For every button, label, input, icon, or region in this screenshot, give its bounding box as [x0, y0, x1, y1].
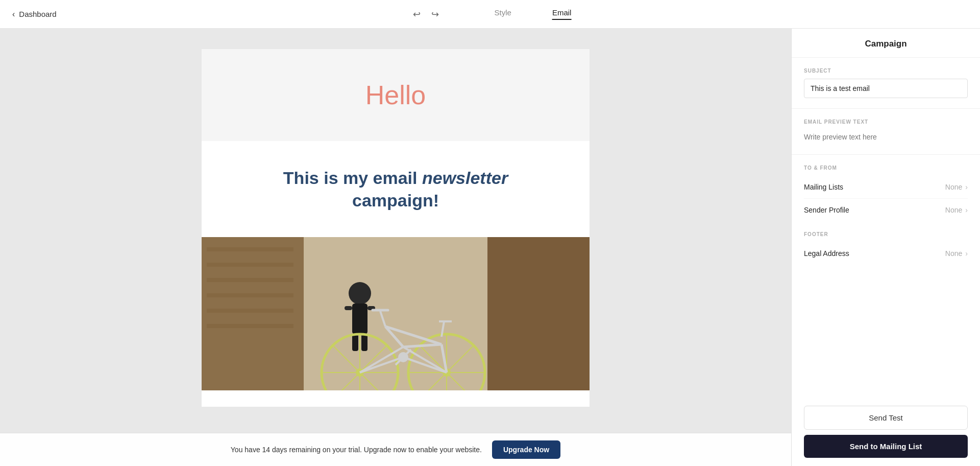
back-button[interactable]: ‹ Dashboard: [12, 10, 57, 19]
sender-profile-chevron: ›: [965, 206, 968, 214]
nav-style[interactable]: Style: [495, 8, 511, 20]
footer-section: FOOTER Legal Address None ›: [792, 221, 980, 265]
to-from-section: TO & FROM Mailing Lists None › Sender Pr…: [792, 155, 980, 221]
trial-message: You have 14 days remaining on your trial…: [231, 446, 482, 454]
svg-rect-2: [487, 237, 590, 390]
mailing-lists-row[interactable]: Mailing Lists None ›: [804, 176, 968, 199]
email-body: This is my email newslettercampaign!: [202, 141, 590, 237]
legal-address-row[interactable]: Legal Address None ›: [804, 242, 968, 265]
svg-rect-4: [207, 263, 293, 267]
send-test-button[interactable]: Send Test: [804, 406, 968, 430]
svg-rect-7: [207, 309, 293, 313]
preview-label: EMAIL PREVIEW TEXT: [804, 119, 968, 125]
mailing-lists-chevron: ›: [965, 183, 968, 191]
undo-redo-group: ↩ ↪: [409, 6, 444, 22]
svg-rect-0: [202, 237, 304, 390]
svg-rect-3: [207, 247, 293, 251]
mailing-lists-none: None: [945, 183, 962, 191]
top-nav: Style Email: [495, 8, 572, 20]
sender-profile-label: Sender Profile: [804, 206, 849, 214]
legal-address-chevron: ›: [965, 249, 968, 258]
subject-input[interactable]: [804, 79, 968, 98]
email-canvas: Hello This is my email newslettercampaig…: [202, 49, 590, 407]
trial-banner: You have 14 days remaining on your trial…: [0, 433, 791, 466]
panel-actions: Send Test Send to Mailing List: [792, 398, 980, 466]
back-label: Dashboard: [19, 10, 56, 18]
nav-email[interactable]: Email: [552, 8, 572, 20]
undo-button[interactable]: ↩: [409, 6, 425, 22]
subject-section: SUBJECT: [792, 58, 980, 109]
body-text-end: campaign!: [352, 191, 439, 210]
legal-address-label: Legal Address: [804, 249, 849, 258]
right-panel: Campaign SUBJECT EMAIL PREVIEW TEXT TO &…: [791, 29, 980, 466]
preview-text-input[interactable]: [804, 130, 968, 144]
body-text-em: newsletter: [422, 168, 508, 188]
legal-address-none: None: [945, 249, 962, 258]
sender-profile-row[interactable]: Sender Profile None ›: [804, 199, 968, 221]
canvas-area: Hello This is my email newslettercampaig…: [0, 29, 791, 466]
sender-profile-none: None: [945, 206, 962, 214]
footer-label: FOOTER: [804, 231, 968, 237]
send-mailing-button[interactable]: Send to Mailing List: [804, 435, 968, 458]
sender-profile-value: None ›: [945, 206, 968, 214]
top-bar: ‹ Dashboard ↩ ↪ Style Email: [0, 0, 980, 29]
email-hero: Hello: [202, 49, 590, 141]
panel-title: Campaign: [865, 39, 906, 49]
svg-rect-11: [345, 306, 352, 310]
body-text: This is my email newslettercampaign!: [232, 167, 559, 212]
panel-header: Campaign: [792, 29, 980, 58]
bicycle-illustration: [202, 237, 590, 390]
svg-rect-8: [207, 324, 293, 328]
svg-point-9: [349, 282, 371, 305]
to-from-label: TO & FROM: [804, 165, 968, 171]
legal-address-value: None ›: [945, 249, 968, 258]
mailing-lists-label: Mailing Lists: [804, 183, 843, 191]
back-icon: ‹: [12, 10, 15, 19]
email-image: [202, 237, 590, 390]
svg-rect-1: [304, 237, 487, 390]
main-layout: Hello This is my email newslettercampaig…: [0, 29, 980, 466]
redo-button[interactable]: ↪: [427, 6, 444, 22]
svg-rect-10: [352, 304, 368, 334]
mailing-lists-value: None ›: [945, 183, 968, 191]
subject-label: SUBJECT: [804, 68, 968, 74]
svg-rect-5: [207, 278, 293, 282]
hero-title: Hello: [212, 80, 579, 110]
svg-rect-6: [207, 293, 293, 297]
upgrade-button[interactable]: Upgrade Now: [492, 440, 560, 459]
body-text-plain: This is my email: [283, 168, 422, 188]
preview-section: EMAIL PREVIEW TEXT: [792, 109, 980, 155]
